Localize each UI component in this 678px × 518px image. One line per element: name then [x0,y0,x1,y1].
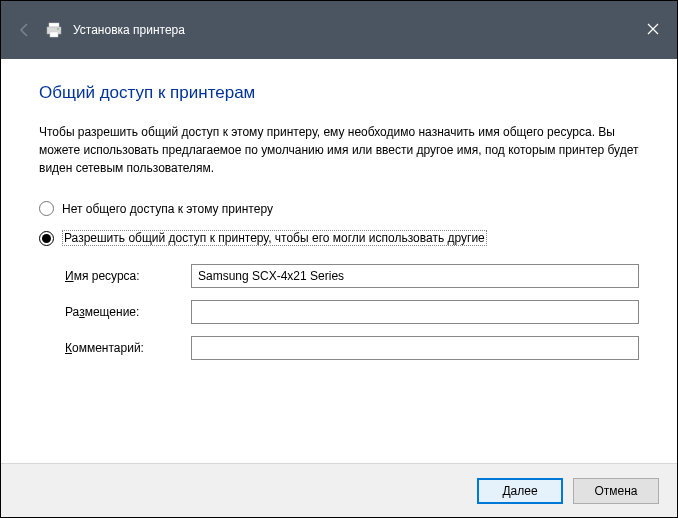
cancel-button[interactable]: Отмена [573,478,659,504]
share-form: Имя ресурса: Размещение: Комментарий: [39,264,639,360]
svg-rect-2 [50,32,58,37]
label-comment: Комментарий: [65,341,191,355]
radio-no-share[interactable]: Нет общего доступа к этому принтеру [39,201,639,216]
page-heading: Общий доступ к принтерам [39,83,639,103]
svg-rect-0 [49,23,59,27]
label-share-name: Имя ресурса: [65,269,191,283]
footer: Далее Отмена [1,463,677,517]
close-button[interactable] [637,15,669,43]
input-location[interactable] [191,300,639,324]
row-location: Размещение: [65,300,639,324]
printer-icon [45,21,63,39]
input-share-name[interactable] [191,264,639,288]
svg-point-3 [57,28,59,30]
content-area: Общий доступ к принтерам Чтобы разрешить… [1,59,677,463]
radio-share-input[interactable] [39,231,54,246]
description-text: Чтобы разрешить общий доступ к этому при… [39,123,639,177]
radio-share-label[interactable]: Разрешить общий доступ к принтеру, чтобы… [62,230,487,246]
radio-share[interactable]: Разрешить общий доступ к принтеру, чтобы… [39,230,639,246]
next-button[interactable]: Далее [477,478,563,504]
label-location: Размещение: [65,305,191,319]
radio-no-share-label[interactable]: Нет общего доступа к этому принтеру [62,202,273,216]
row-share-name: Имя ресурса: [65,264,639,288]
input-comment[interactable] [191,336,639,360]
titlebar-title: Установка принтера [73,23,185,37]
row-comment: Комментарий: [65,336,639,360]
radio-no-share-input[interactable] [39,201,54,216]
titlebar: Установка принтера [1,1,677,59]
wizard-window: Установка принтера Общий доступ к принте… [0,0,678,518]
back-arrow-icon [13,18,37,42]
